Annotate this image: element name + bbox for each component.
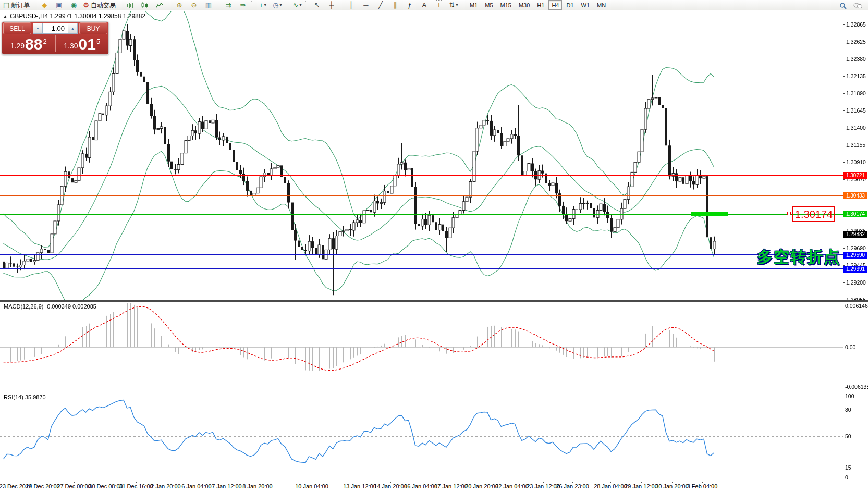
- toolbar-separator: [217, 1, 220, 9]
- zoom-out-button[interactable]: ⊖: [187, 0, 201, 10]
- trendline-button[interactable]: ╱: [374, 0, 387, 10]
- timeframe-button-h4[interactable]: H4: [548, 0, 562, 10]
- support-line-129391[interactable]: [0, 268, 843, 269]
- date-label-6: 6 Jan 04:00: [181, 483, 212, 489]
- zoom-out-icon: ⊖: [191, 1, 197, 10]
- equidistant-channel-button[interactable]: ∥: [388, 0, 402, 10]
- resistance-line-130433[interactable]: [0, 195, 843, 196]
- buy-price-prefix: 1.30: [64, 42, 78, 50]
- arrows-icon: ⇅: [449, 1, 455, 10]
- separator-macd-rsi[interactable]: [0, 391, 868, 392]
- date-label-15: 22 Jan 04:00: [495, 483, 529, 489]
- volume-decrease-button[interactable]: ▼: [33, 23, 43, 34]
- callout-anchor-square[interactable]: [787, 212, 791, 215]
- timeframe-button-mn[interactable]: MN: [594, 0, 609, 10]
- search-icon[interactable]: [836, 1, 850, 11]
- tile-windows-button[interactable]: ▦: [202, 0, 215, 10]
- toolbar-separator: [119, 1, 122, 9]
- horizontal-line-button[interactable]: ─: [359, 0, 373, 10]
- timeframe-button-m5[interactable]: M5: [482, 0, 496, 10]
- symbol-ohlc-text: GBPUSD-,H4 1.29971 1.30004 1.29858 1.298…: [10, 13, 145, 20]
- market-watch-icon[interactable]: ◉: [67, 0, 80, 10]
- arrows-button[interactable]: ⇅▾: [447, 0, 460, 10]
- line-chart-button[interactable]: [153, 0, 166, 10]
- periods-button[interactable]: ◷▾: [271, 0, 284, 10]
- volume-input[interactable]: 1.00: [43, 23, 68, 34]
- buy-button[interactable]: BUY: [79, 22, 107, 34]
- chart-window: ▲ GBPUSD-,H4 1.29971 1.30004 1.29858 1.2…: [0, 11, 868, 492]
- collapse-trade-panel-icon[interactable]: ▲: [3, 14, 7, 19]
- clock-icon: ◷: [273, 1, 278, 10]
- price-tick-mark: [843, 76, 845, 77]
- timeframe-button-m1[interactable]: M1: [467, 0, 481, 10]
- cursor-button[interactable]: ↖: [310, 0, 324, 10]
- macd-axis-min: -0.006138: [845, 384, 868, 390]
- resistance-line-130721[interactable]: [0, 175, 843, 176]
- zoom-in-button[interactable]: ⊕: [173, 0, 186, 10]
- buy-price-pips: 01: [79, 37, 96, 52]
- hline-icon: ─: [363, 1, 368, 10]
- timeframe-button-m30[interactable]: M30: [516, 0, 533, 10]
- macd-label: MACD(12,26,9) -0.000349 0.002085: [4, 303, 96, 310]
- sell-button[interactable]: SELL: [3, 22, 31, 34]
- fibonacci-button[interactable]: ƒ: [403, 0, 417, 10]
- support-line-129590[interactable]: [0, 254, 843, 255]
- sell-price-display[interactable]: 1.29 88 2: [2, 34, 55, 53]
- linechart-icon: [156, 2, 163, 9]
- price-tick-mark: [843, 248, 845, 249]
- bars-icon: [127, 2, 134, 9]
- chart-canvas[interactable]: [0, 11, 868, 492]
- text-label-button[interactable]: T: [432, 0, 446, 10]
- auto-scroll-button[interactable]: ⇉: [222, 0, 235, 10]
- rsi-axis-100: 100: [845, 393, 854, 399]
- chat-icon[interactable]: [851, 1, 864, 11]
- timeframe-button-w1[interactable]: W1: [578, 0, 593, 10]
- mt4-terminal: ▤新订单◆▣◉⚙自动交易⊕⊖▦⇉⇒+▾◷▾∿▾↖┼│─╱∥ƒAT⇅▾M1M5M1…: [0, 0, 868, 492]
- price-tick-mark: [843, 59, 845, 59]
- separator-rsi-dates[interactable]: [0, 481, 868, 482]
- price-badge-1.29391: 1.29391: [843, 266, 867, 273]
- chart-shift-button[interactable]: ⇒: [236, 0, 250, 10]
- one-click-trade-panel: SELL ▼ 1.00 ▲ BUY 1.29 88 2 1.30 01: [2, 21, 109, 55]
- zoom-in-icon: ⊕: [177, 1, 182, 10]
- price-tick-1.32865: 1.32865: [846, 21, 866, 28]
- price-tick-mark: [843, 179, 845, 180]
- toolbar-separator: [251, 1, 254, 9]
- price-callout-box[interactable]: 1.30174: [792, 206, 835, 222]
- date-label-17: 26 Jan 23:00: [556, 483, 589, 489]
- vertical-line-button[interactable]: │: [345, 0, 358, 10]
- chevron-down-icon: ▾: [264, 1, 266, 10]
- timeframe-button-m15[interactable]: M15: [497, 0, 515, 10]
- price-tick-1.32625: 1.32625: [846, 39, 866, 45]
- bar-chart-button[interactable]: [124, 0, 137, 10]
- price-tick-mark: [843, 128, 845, 128]
- autotrading-button[interactable]: ⚙自动交易: [81, 0, 117, 10]
- date-label-16: 23 Jan 12:00: [527, 483, 560, 489]
- new-chart-button[interactable]: +▾: [256, 0, 270, 10]
- toolbar-separator: [305, 1, 309, 9]
- current-price-badge: 1.29882: [843, 231, 867, 238]
- timeframe-button-h1[interactable]: H1: [534, 0, 547, 10]
- indicators-button[interactable]: ∿▾: [290, 0, 304, 10]
- buy-price-display[interactable]: 1.30 01 5: [56, 34, 109, 53]
- volume-increase-button[interactable]: ▲: [68, 23, 78, 34]
- candlestick-chart-button[interactable]: [138, 0, 152, 10]
- profiles-icon[interactable]: ◆: [38, 0, 51, 10]
- date-label-1: 24 Dec 20:00: [26, 483, 59, 489]
- toolbar-separator: [462, 1, 465, 9]
- chinese-annotation[interactable]: 多空转折点: [757, 247, 840, 268]
- separator-main-macd[interactable]: [0, 300, 868, 302]
- autotrade-icon: ⚙: [83, 1, 89, 10]
- date-label-11: 14 Jan 20:00: [374, 483, 407, 489]
- data-window-icon[interactable]: ▣: [52, 0, 66, 10]
- date-label-9: 10 Jan 04:00: [295, 483, 328, 489]
- rsi-axis-0: 0: [845, 474, 848, 481]
- text-button[interactable]: A: [418, 0, 431, 10]
- timeframe-button-d1[interactable]: D1: [563, 0, 577, 10]
- price-tick-mark: [843, 24, 845, 25]
- highlight-green-bar[interactable]: [691, 212, 728, 216]
- price-tick-1.31400: 1.31400: [846, 125, 866, 131]
- new-order-button-label: 新订单: [11, 1, 30, 10]
- new-order-button[interactable]: ▤新订单: [2, 0, 31, 10]
- crosshair-button[interactable]: ┼: [325, 0, 338, 10]
